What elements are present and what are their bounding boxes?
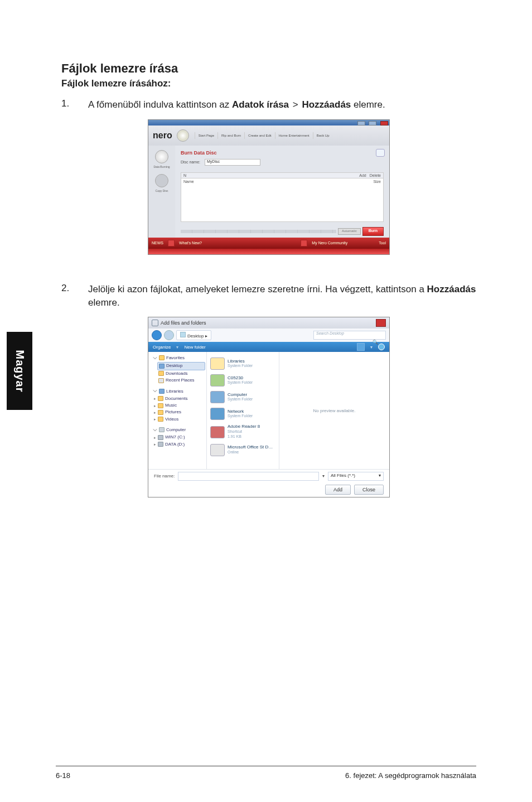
item-sub: Online xyxy=(228,450,239,454)
tool-label: Tool xyxy=(379,241,386,245)
tab-start[interactable]: Start Page xyxy=(195,132,217,139)
side-label: Copy Disc xyxy=(156,190,168,193)
new-folder-button[interactable]: New folder xyxy=(184,345,205,350)
help-icon[interactable] xyxy=(376,149,385,157)
add-button[interactable]: Add xyxy=(359,173,366,177)
list-item[interactable]: Microsoft Office St D…Online xyxy=(209,442,279,458)
chevron-right-icon[interactable]: ▸ xyxy=(154,410,156,415)
cancel-button[interactable]: Close xyxy=(354,485,384,495)
delete-button[interactable]: Delete xyxy=(370,173,381,177)
burn-button[interactable]: Burn xyxy=(362,227,384,236)
chevron-down-icon[interactable] xyxy=(153,356,157,360)
copy-disc-icon[interactable] xyxy=(155,174,168,187)
folder-icon xyxy=(158,410,163,415)
chevron-right-icon[interactable]: ▸ xyxy=(154,403,156,408)
filename-input[interactable] xyxy=(178,472,319,481)
list-item[interactable]: NetworkSystem Folder xyxy=(209,405,279,422)
pdf-icon xyxy=(210,426,225,438)
gt: > xyxy=(290,99,301,110)
nav-videos[interactable]: Videos xyxy=(165,417,178,422)
item-name: Libraries xyxy=(228,359,245,364)
file-filter-select[interactable]: All Files (*.*) ▾ xyxy=(328,472,384,481)
auto-button[interactable]: Automatic xyxy=(338,228,361,235)
step-number: 2. xyxy=(61,283,88,310)
chevron-down-icon[interactable] xyxy=(153,389,157,393)
language-tab: Magyar xyxy=(7,332,32,410)
nav-libraries[interactable]: Libraries xyxy=(166,389,183,394)
page-title: Fájlok lemezre írása xyxy=(61,61,476,76)
disk-icon xyxy=(158,442,163,447)
nav-downloads[interactable]: Downloads xyxy=(166,371,188,376)
item-name: Network xyxy=(228,409,244,414)
file-list[interactable]: LibrariesSystem Folder C05230System Fold… xyxy=(207,352,279,469)
chapter-title: 6. fejezet: A segédprogramok használata xyxy=(345,771,476,780)
minimize-icon[interactable] xyxy=(357,121,365,125)
item-size: 1.91 KB xyxy=(228,434,241,438)
nav-win7[interactable]: WIN7 (C:) xyxy=(165,434,185,440)
nav-favorites[interactable]: Favorites xyxy=(166,355,185,360)
help-icon[interactable] xyxy=(378,344,385,350)
item-name: C05230 xyxy=(228,375,243,380)
close-icon[interactable] xyxy=(376,319,386,327)
dropdown-icon[interactable]: ▾ xyxy=(322,474,325,479)
recent-icon xyxy=(158,378,164,383)
user-icon xyxy=(210,374,225,386)
nav-computer[interactable]: Computer xyxy=(166,427,186,432)
item-name: Microsoft Office St D… xyxy=(228,445,273,450)
tab-backup[interactable]: Back Up xyxy=(313,132,333,139)
nav-pictures[interactable]: Pictures xyxy=(165,409,181,415)
preview-pane: No preview available. xyxy=(279,352,389,469)
col-n: N xyxy=(183,173,186,177)
item-sub: System Folder xyxy=(228,364,253,368)
community-link[interactable]: My Nero Community xyxy=(312,241,347,245)
footer-rule xyxy=(56,766,476,766)
organize-menu[interactable]: Organize xyxy=(153,345,171,350)
list-item[interactable]: ComputerSystem Folder xyxy=(209,389,279,405)
tab-create[interactable]: Create and Edit xyxy=(244,132,275,139)
back-icon[interactable] xyxy=(152,330,162,340)
nav-music[interactable]: Music xyxy=(165,403,177,408)
disc-name-input[interactable]: MyDisc xyxy=(205,159,260,166)
nav-documents[interactable]: Documents xyxy=(165,396,187,402)
list-item[interactable]: Adobe Reader 8Shortcut1.91 KB xyxy=(209,422,279,441)
whats-new[interactable]: What's New? xyxy=(179,241,202,245)
office-icon xyxy=(210,444,225,456)
chevron-down-icon[interactable] xyxy=(153,428,157,432)
rss-icon[interactable] xyxy=(168,240,175,247)
tab-rip[interactable]: Rip and Burn xyxy=(217,132,244,139)
network-icon xyxy=(210,408,225,420)
item-sub: System Folder xyxy=(228,397,253,401)
item-name: Computer xyxy=(228,392,247,397)
rss-icon[interactable] xyxy=(301,240,307,247)
close-icon[interactable] xyxy=(380,121,388,125)
chevron-right-icon[interactable]: ▸ xyxy=(154,417,156,422)
folder-icon xyxy=(158,371,164,376)
chevron-right-icon[interactable]: ▸ xyxy=(154,435,156,440)
forward-icon[interactable] xyxy=(164,330,174,340)
disc-name-label: Disc name: xyxy=(181,160,200,164)
item-sub: System Folder xyxy=(228,380,253,384)
search-input[interactable]: Search Desktop xyxy=(313,331,386,340)
nav-data[interactable]: DATA (D:) xyxy=(165,442,185,447)
nav-recent[interactable]: Recent Places xyxy=(166,378,195,383)
chevron-right-icon[interactable]: ▸ xyxy=(154,396,156,401)
tab-home[interactable]: Home Entertainment xyxy=(275,132,313,139)
data-burning-icon[interactable] xyxy=(155,150,168,163)
app-icon xyxy=(152,320,158,326)
nav-desktop[interactable]: Desktop xyxy=(166,363,182,369)
view-icon[interactable] xyxy=(357,343,365,351)
list-item[interactable]: C05230System Folder xyxy=(209,372,279,389)
nero-screenshot: nero Start Page Rip and Burn Create and … xyxy=(148,119,390,255)
breadcrumb[interactable]: Desktop xyxy=(187,334,204,339)
size-scale xyxy=(181,230,336,233)
list-item[interactable]: LibrariesSystem Folder xyxy=(209,355,279,372)
t: A főmenüből indulva kattintson az xyxy=(88,99,232,110)
add-button[interactable]: Add xyxy=(325,485,351,495)
chevron-right-icon[interactable]: ▸ xyxy=(154,442,156,447)
titlebar xyxy=(148,120,389,125)
language-label: Magyar xyxy=(13,350,26,392)
step-2: 2. Jelölje ki azon fájlokat, amelyeket l… xyxy=(61,283,476,310)
t: elemre. xyxy=(88,297,120,308)
step-number: 1. xyxy=(61,98,88,112)
maximize-icon[interactable] xyxy=(369,121,376,125)
